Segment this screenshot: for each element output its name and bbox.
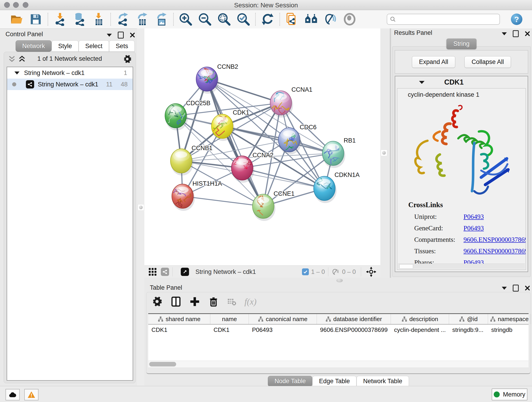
network-overview-button[interactable]	[302, 12, 321, 27]
crosslink-link[interactable]: P06493	[463, 213, 484, 220]
search-icon	[390, 16, 396, 22]
node-CDC6[interactable]: CDC6	[278, 124, 317, 154]
zoom-selected-button[interactable]	[234, 12, 253, 27]
function-builder-icon[interactable]: f(x)	[244, 297, 257, 307]
results-hscrollbar[interactable]	[398, 264, 525, 269]
left-splitter-handle[interactable]	[138, 204, 144, 211]
delete-table-icon[interactable]	[227, 296, 236, 307]
panel-menu-icon[interactable]	[107, 34, 112, 37]
close-panel-icon[interactable]	[525, 31, 530, 36]
tab-edge-table[interactable]: Edge Table	[312, 376, 356, 387]
collapse-collection-icon[interactable]	[14, 71, 19, 75]
column-header-database-identifier[interactable]: database identifier	[317, 314, 391, 324]
tab-select[interactable]: Select	[79, 40, 109, 52]
import-network-from-database-button[interactable]	[70, 12, 89, 27]
table-cell[interactable]: stringdb	[488, 325, 531, 335]
crosslink-link[interactable]: 9606.ENSP00000378699	[463, 236, 526, 243]
table-panel-tabs: Node TableEdge TableNetwork Table	[145, 376, 532, 387]
table-cell[interactable]: CDK1	[148, 325, 210, 335]
search-field[interactable]	[387, 14, 500, 25]
table-cell[interactable]: stringdb:9...	[449, 325, 488, 335]
table-hscrollbar-thumb[interactable]	[149, 362, 176, 366]
tab-string[interactable]: String	[447, 38, 476, 49]
results-hscrollbar-thumb[interactable]	[399, 264, 413, 269]
save-session-button[interactable]	[26, 12, 45, 27]
import-table-from-file-button[interactable]	[89, 12, 108, 27]
zoom-fit-button[interactable]	[215, 12, 234, 27]
left-splitter[interactable]	[137, 28, 144, 386]
memory-button[interactable]: Memory	[492, 389, 527, 400]
column-header-name[interactable]: name	[210, 314, 249, 324]
table-cell[interactable]: cyclin-dependent ...	[391, 325, 449, 335]
panel-menu-icon[interactable]	[502, 32, 507, 35]
open-session-button[interactable]	[7, 12, 26, 27]
tab-sets[interactable]: Sets	[109, 40, 135, 52]
close-panel-icon[interactable]	[525, 285, 530, 291]
zoom-in-button[interactable]	[176, 12, 195, 27]
right-splitter[interactable]	[380, 28, 391, 278]
network-collection-row[interactable]: String Network – cdk1 1	[7, 67, 133, 79]
collapse-section-icon[interactable]	[419, 81, 424, 84]
node-HIST1H1A[interactable]: HIST1H1A	[172, 180, 222, 211]
column-header-canonical-name[interactable]: canonical name	[249, 314, 317, 324]
create-column-icon[interactable]	[190, 296, 200, 307]
column-header-description[interactable]: description	[391, 314, 449, 324]
tab-node-table[interactable]: Node Table	[268, 376, 312, 387]
horizontal-splitter[interactable]	[144, 278, 532, 283]
crosslink-label: GeneCard:	[414, 224, 463, 232]
node-CCNE1[interactable]: CCNE1	[253, 190, 295, 221]
table-settings-gear-icon[interactable]	[152, 296, 162, 307]
import-string-network-button[interactable]	[282, 12, 302, 27]
column-header-shared-name[interactable]: shared name	[148, 314, 210, 324]
edge-CCNB2-CCNE1[interactable]	[207, 79, 263, 206]
selected-checkbox-icon[interactable]	[302, 268, 309, 275]
gene-section-header[interactable]: CDK1	[395, 76, 528, 88]
right-splitter-handle[interactable]	[381, 150, 387, 156]
hide-selected-button[interactable]	[321, 12, 340, 27]
float-panel-icon[interactable]	[513, 30, 519, 37]
column-header-@id[interactable]: @id	[449, 314, 488, 324]
collapse-all-button[interactable]: Collapse All	[464, 56, 511, 68]
network-canvas[interactable]: CCNB2CCNA1CDC25BCDK1CDC6RB1CCNB1CCNA2CDK…	[144, 28, 380, 265]
refresh-style-button[interactable]	[258, 12, 277, 27]
table-cell[interactable]: P06493	[249, 325, 317, 335]
close-panel-icon[interactable]	[130, 32, 135, 38]
network-row-selected[interactable]: String Network – cdk1 11 48	[7, 79, 133, 90]
horizontal-splitter-handle[interactable]	[336, 279, 343, 282]
node-CDKN1A[interactable]: CDKN1A	[314, 172, 360, 203]
tab-style[interactable]: Style	[51, 40, 79, 52]
float-panel-icon[interactable]	[118, 32, 124, 38]
expand-all-button[interactable]: Expand All	[412, 56, 456, 68]
tab-network-table[interactable]: Network Table	[356, 376, 409, 387]
table-hscrollbar[interactable]	[148, 361, 529, 367]
show-columns-icon[interactable]	[171, 296, 181, 307]
panel-menu-icon[interactable]	[502, 287, 507, 290]
gear-icon[interactable]	[123, 55, 132, 64]
crosslink-link[interactable]: 9606.ENSP00000378699	[463, 247, 526, 255]
crosslink-link[interactable]: P06493	[463, 224, 484, 232]
help-button[interactable]: ?	[511, 13, 522, 25]
float-panel-icon[interactable]	[513, 285, 519, 292]
search-input[interactable]	[396, 16, 500, 23]
fit-content-icon[interactable]	[366, 267, 376, 277]
string-style-icon[interactable]	[161, 268, 169, 276]
tab-network[interactable]: Network	[16, 40, 51, 52]
table-cell[interactable]: 9606.ENSP00000378699	[317, 325, 391, 335]
node-label-CCNA2: CCNA2	[253, 152, 273, 159]
birds-eye-view-icon[interactable]	[148, 267, 157, 276]
zoom-out-button[interactable]	[195, 12, 215, 27]
open-in-browser-icon[interactable]	[181, 268, 189, 276]
show-hidden-button[interactable]	[340, 12, 359, 27]
cloud-status-button[interactable]	[6, 389, 20, 400]
delete-column-icon[interactable]	[208, 296, 219, 307]
node-CCNB1[interactable]: CCNB1	[171, 145, 213, 176]
export-image-button[interactable]	[152, 12, 171, 27]
table-row[interactable]: CDK1CDK1P064939606.ENSP00000378699cyclin…	[148, 325, 529, 335]
import-network-from-file-button[interactable]	[51, 12, 70, 27]
export-table-button[interactable]	[133, 12, 152, 27]
column-header-namespace[interactable]: namespace	[488, 314, 531, 324]
warnings-button[interactable]	[24, 389, 38, 400]
export-network-button[interactable]	[113, 12, 133, 27]
table-cell[interactable]: CDK1	[210, 325, 249, 335]
node-RB1[interactable]: RB1	[322, 137, 356, 168]
